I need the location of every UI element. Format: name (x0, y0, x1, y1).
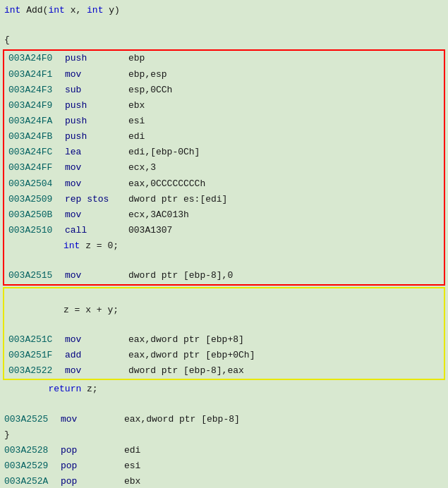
asm-line: 003A2515 mov dword ptr [ebp-8],0 (4, 268, 444, 283)
code-container: int Add(int x, int y) { 003A24F0 push eb… (0, 0, 448, 488)
asm-line: 003A2504 mov eax,0CCCCCCCCh (4, 176, 444, 192)
asm-line: 003A251F add eax,dword ptr [ebp+0Ch] (4, 348, 444, 363)
open-brace: { (0, 32, 448, 48)
asm-line: 003A24FC lea edi,[ebp-0Ch] (4, 145, 444, 160)
asm-line: 003A2510 call 003A1307 (4, 223, 444, 238)
asm-line: 003A2509 rep stos dword ptr es:[edi] (4, 192, 444, 207)
asm-line: 003A2522 mov dword ptr [ebp-8],eax (4, 363, 444, 379)
asm-line: 003A24FF mov ecx,3 (4, 160, 444, 176)
asm-line: 003A2528 pop edi (0, 443, 448, 458)
asm-line: 003A24F1 mov ebp,esp (4, 67, 444, 83)
asm-line: 003A251C mov eax,dword ptr [ebp+8] (4, 332, 444, 348)
red-highlight-box: 003A24F0 push ebp 003A24F1 mov ebp,esp 0… (3, 49, 445, 285)
asm-line: 003A252A pop ebx (0, 474, 448, 488)
asm-line: 003A2529 pop esi (0, 458, 448, 474)
asm-line: 003A24FA push esi (4, 114, 444, 129)
source-line: z = x + y; (4, 288, 444, 332)
asm-line: 003A24F3 sub esp,0CCh (4, 83, 444, 98)
source-return: return z; (0, 382, 448, 411)
asm-line: 003A24FB push edi (4, 129, 444, 145)
asm-line: 003A24F0 push ebp (4, 51, 444, 66)
source-line: int z = 0; (4, 238, 444, 268)
asm-line: 003A250B mov ecx,3AC013h (4, 207, 444, 223)
function-signature: int Add(int x, int y) (0, 3, 448, 32)
yellow-highlight-box: z = x + y; 003A251C mov eax,dword ptr [e… (3, 287, 445, 381)
asm-line: 003A24F9 push ebx (4, 98, 444, 114)
asm-line: 003A2525 mov eax,dword ptr [ebp-8] (0, 412, 448, 427)
function-name: Add( (26, 4, 48, 18)
close-brace: } (0, 427, 448, 443)
keyword-int: int (4, 4, 20, 18)
